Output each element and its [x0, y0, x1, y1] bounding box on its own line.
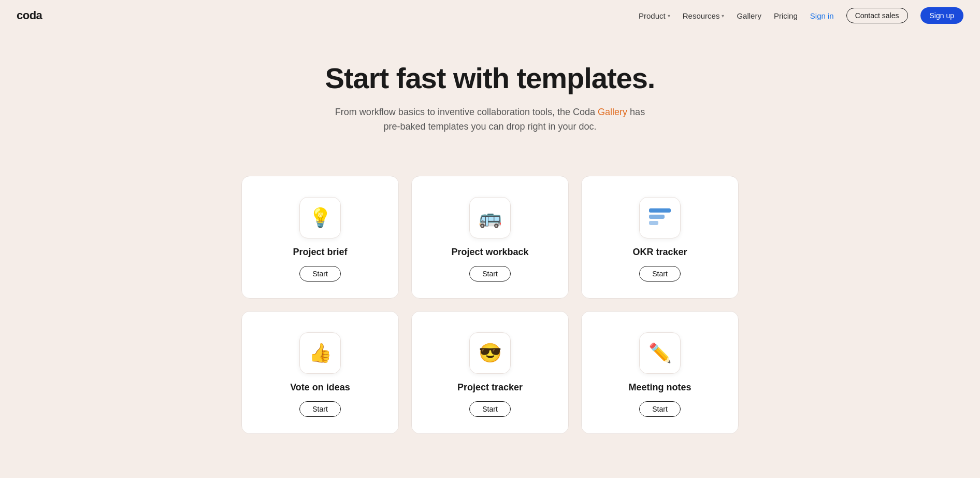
- signup-button[interactable]: Sign up: [920, 7, 963, 24]
- card-start-button-project-brief[interactable]: Start: [299, 266, 341, 282]
- card-start-button-project-workback[interactable]: Start: [469, 266, 511, 282]
- card-title-okr-tracker: OKR tracker: [632, 247, 687, 258]
- card-start-button-project-tracker[interactable]: Start: [469, 401, 511, 417]
- card-icon-meeting-notes: ✏️: [639, 332, 681, 374]
- gallery-link[interactable]: Gallery: [598, 107, 627, 117]
- template-card-vote-on-ideas[interactable]: 👍Vote on ideasStart: [241, 311, 399, 434]
- template-card-okr-tracker[interactable]: OKR trackerStart: [581, 176, 739, 299]
- nav-pricing[interactable]: Pricing: [774, 11, 798, 20]
- contact-sales-button[interactable]: Contact sales: [846, 8, 908, 23]
- template-card-meeting-notes[interactable]: ✏️Meeting notesStart: [581, 311, 739, 434]
- nav-product[interactable]: Product ▾: [639, 11, 670, 20]
- card-title-project-brief: Project brief: [293, 247, 347, 258]
- card-icon-project-workback: 🚌: [469, 197, 511, 238]
- card-start-button-okr-tracker[interactable]: Start: [639, 266, 681, 282]
- navbar: coda Product ▾ Resources ▾ Gallery Prici…: [0, 0, 980, 31]
- hero-section: Start fast with templates. From workflow…: [0, 31, 980, 155]
- card-icon-vote-on-ideas: 👍: [299, 332, 341, 374]
- templates-grid: 💡Project briefStart🚌Project workbackStar…: [231, 176, 749, 465]
- template-card-project-brief[interactable]: 💡Project briefStart: [241, 176, 399, 299]
- template-card-project-tracker[interactable]: 😎Project trackerStart: [411, 311, 569, 434]
- template-card-project-workback[interactable]: 🚌Project workbackStart: [411, 176, 569, 299]
- card-icon-project-brief: 💡: [299, 197, 341, 238]
- nav-gallery[interactable]: Gallery: [737, 11, 761, 20]
- chevron-down-icon: ▾: [722, 13, 724, 19]
- navbar-right: Product ▾ Resources ▾ Gallery Pricing Si…: [639, 7, 963, 24]
- svg-rect-1: [649, 215, 665, 219]
- svg-rect-2: [649, 221, 658, 225]
- card-title-vote-on-ideas: Vote on ideas: [290, 382, 350, 393]
- card-icon-okr-tracker: [639, 197, 681, 238]
- nav-resources[interactable]: Resources ▾: [683, 11, 725, 20]
- card-start-button-vote-on-ideas[interactable]: Start: [299, 401, 341, 417]
- card-start-button-meeting-notes[interactable]: Start: [639, 401, 681, 417]
- chevron-down-icon: ▾: [668, 13, 670, 19]
- hero-subtitle: From workflow basics to inventive collab…: [335, 105, 645, 135]
- card-title-project-workback: Project workback: [451, 247, 528, 258]
- nav-signin[interactable]: Sign in: [810, 11, 834, 20]
- svg-rect-0: [649, 208, 671, 213]
- okr-icon: [649, 208, 671, 227]
- brand-logo[interactable]: coda: [17, 9, 42, 22]
- card-title-meeting-notes: Meeting notes: [628, 382, 691, 393]
- card-icon-project-tracker: 😎: [469, 332, 511, 374]
- card-title-project-tracker: Project tracker: [457, 382, 523, 393]
- hero-title: Start fast with templates.: [10, 62, 970, 94]
